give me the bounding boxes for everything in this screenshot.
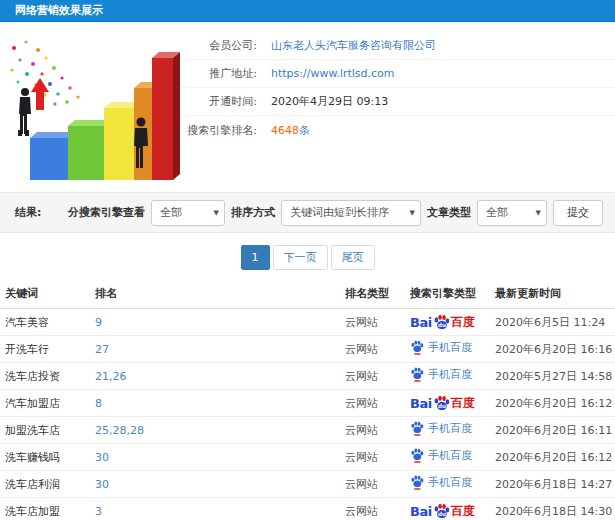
svg-text:du: du xyxy=(438,322,446,328)
baidu-mobile-logo: 手机百度 xyxy=(410,448,472,463)
baidu-mobile-label: 手机百度 xyxy=(428,450,472,461)
info-section: 会员公司: 山东老人头汽车服务咨询有限公司 推广地址: https://www.… xyxy=(0,22,615,192)
svg-text:du: du xyxy=(438,403,446,409)
baidu-mobile-paw-icon xyxy=(410,340,424,355)
baidu-logo-cn: 百度 xyxy=(451,397,475,409)
baidu-mobile-label: 手机百度 xyxy=(428,369,472,380)
engine-cell: Bai du 百度 xyxy=(405,390,490,417)
rank-type-cell: 云网站 xyxy=(340,309,405,336)
filter-controls: 分搜索引擎查看 全部 排序方式 关键词由短到长排序 文章类型 全部 提交 xyxy=(68,200,603,226)
last-page-button[interactable]: 尾页 xyxy=(331,245,375,270)
table-row: 洗车店投资 21,26 云网站 手机百度 2020年5月27日 14:58 xyxy=(0,363,615,390)
keyword-cell: 洗车店投资 xyxy=(0,363,90,390)
time-cell: 2020年6月20日 16:12 xyxy=(490,390,615,417)
filter-bar: 结果: 分搜索引擎查看 全部 排序方式 关键词由短到长排序 文章类型 全部 提交 xyxy=(0,192,615,233)
promo-url-link[interactable]: https://www.lrtlsd.com xyxy=(271,67,395,80)
rank-cell[interactable]: 30 xyxy=(90,444,340,471)
engine-cell: 手机百度 xyxy=(405,417,490,444)
engine-filter-label: 分搜索引擎查看 xyxy=(68,205,145,220)
table-row: 汽车美容 9 云网站 Bai du 百度 2020年6月5日 11:24 xyxy=(0,309,615,336)
engine-cell: 手机百度 xyxy=(405,444,490,471)
page-title: 网络营销效果展示 xyxy=(15,4,103,17)
time-cell: 2020年6月18日 14:30 xyxy=(490,498,615,520)
rank-type-cell: 云网站 xyxy=(340,363,405,390)
rank-cell[interactable]: 9 xyxy=(90,309,340,336)
article-type-select-wrapper: 全部 xyxy=(477,200,547,226)
rank-count-suffix: 条 xyxy=(299,124,310,137)
keyword-cell: 洗车店利润 xyxy=(0,471,90,498)
baidu-logo-bai: Bai xyxy=(410,316,432,329)
results-table: 关键词 排名 排名类型 搜索引擎类型 最新更新时间 汽车美容 9 云网站 Bai… xyxy=(0,280,615,520)
engine-select[interactable]: 全部 xyxy=(151,200,225,226)
info-row-rank-count: 搜索引擎排名: 4648条 xyxy=(172,116,615,144)
engine-select-wrapper: 全部 xyxy=(151,200,225,226)
rank-cell[interactable]: 25,28,28 xyxy=(90,417,340,444)
open-time-label: 开通时间: xyxy=(172,94,257,109)
sort-select[interactable]: 关键词由短到长排序 xyxy=(281,200,421,226)
svg-text:du: du xyxy=(438,511,446,517)
baidu-paw-icon: du xyxy=(433,503,450,520)
article-type-label: 文章类型 xyxy=(427,205,471,220)
rank-cell[interactable]: 3 xyxy=(90,498,340,520)
time-cell: 2020年6月20日 16:16 xyxy=(490,336,615,363)
rank-type-cell: 云网站 xyxy=(340,444,405,471)
page-header: 网络营销效果展示 xyxy=(0,0,615,22)
baidu-paw-icon: du xyxy=(433,395,450,412)
rank-cell[interactable]: 21,26 xyxy=(90,363,340,390)
table-row: 开洗车行 27 云网站 手机百度 2020年6月20日 16:16 xyxy=(0,336,615,363)
rank-type-cell: 云网站 xyxy=(340,417,405,444)
baidu-pc-logo: Bai du 百度 xyxy=(410,503,475,520)
table-row: 洗车赚钱吗 30 云网站 手机百度 2020年6月20日 16:12 xyxy=(0,444,615,471)
bars xyxy=(30,52,180,180)
engine-cell: 手机百度 xyxy=(405,471,490,498)
time-cell: 2020年5月27日 14:58 xyxy=(490,363,615,390)
baidu-pc-logo: Bai du 百度 xyxy=(410,314,475,331)
result-label: 结果: xyxy=(15,205,41,220)
info-row-open-time: 开通时间: 2020年4月29日 09:13 xyxy=(172,88,615,116)
keyword-cell: 汽车加盟店 xyxy=(0,390,90,417)
rank-type-cell: 云网站 xyxy=(340,390,405,417)
baidu-mobile-logo: 手机百度 xyxy=(410,340,472,355)
next-page-button[interactable]: 下一页 xyxy=(273,245,328,270)
rank-count-value: 4648条 xyxy=(271,123,310,138)
rank-type-cell: 云网站 xyxy=(340,471,405,498)
open-time-value: 2020年4月29日 09:13 xyxy=(271,94,388,109)
keyword-cell: 汽车美容 xyxy=(0,309,90,336)
info-row-company: 会员公司: 山东老人头汽车服务咨询有限公司 xyxy=(172,32,615,60)
keyword-cell: 洗车赚钱吗 xyxy=(0,444,90,471)
engine-cell: Bai du 百度 xyxy=(405,498,490,520)
company-info-panel: 会员公司: 山东老人头汽车服务咨询有限公司 推广地址: https://www.… xyxy=(172,22,615,144)
rank-cell[interactable]: 30 xyxy=(90,471,340,498)
rank-cell[interactable]: 8 xyxy=(90,390,340,417)
growth-chart-illustration xyxy=(0,30,180,190)
table-header-row: 关键词 排名 排名类型 搜索引擎类型 最新更新时间 xyxy=(0,280,615,309)
pagination: 1 下一页 尾页 xyxy=(0,233,615,280)
baidu-logo-bai: Bai xyxy=(410,505,432,518)
time-cell: 2020年6月5日 11:24 xyxy=(490,309,615,336)
table-body: 汽车美容 9 云网站 Bai du 百度 2020年6月5日 11:24 开洗车… xyxy=(0,309,615,520)
baidu-mobile-logo: 手机百度 xyxy=(410,475,472,490)
company-name-link[interactable]: 山东老人头汽车服务咨询有限公司 xyxy=(271,38,436,53)
rank-cell[interactable]: 27 xyxy=(90,336,340,363)
baidu-paw-icon: du xyxy=(433,314,450,331)
baidu-mobile-label: 手机百度 xyxy=(428,342,472,353)
sort-select-wrapper: 关键词由短到长排序 xyxy=(281,200,421,226)
article-type-select[interactable]: 全部 xyxy=(477,200,547,226)
baidu-mobile-label: 手机百度 xyxy=(428,477,472,488)
baidu-mobile-logo: 手机百度 xyxy=(410,367,472,382)
keyword-cell: 加盟洗车店 xyxy=(0,417,90,444)
table-row: 洗车店加盟 3 云网站 Bai du 百度 2020年6月18日 14:30 xyxy=(0,498,615,520)
baidu-mobile-paw-icon xyxy=(410,367,424,382)
businessman-left xyxy=(18,88,31,136)
baidu-mobile-paw-icon xyxy=(410,421,424,436)
rank-type-cell: 云网站 xyxy=(340,336,405,363)
baidu-logo-cn: 百度 xyxy=(451,505,475,517)
submit-button[interactable]: 提交 xyxy=(553,200,603,226)
company-label: 会员公司: xyxy=(172,38,257,53)
baidu-logo-bai: Bai xyxy=(410,397,432,410)
rank-type-cell: 云网站 xyxy=(340,498,405,520)
engine-cell: 手机百度 xyxy=(405,363,490,390)
engine-cell: 手机百度 xyxy=(405,336,490,363)
col-header-keyword: 关键词 xyxy=(0,280,90,309)
page-1-button[interactable]: 1 xyxy=(241,245,270,270)
